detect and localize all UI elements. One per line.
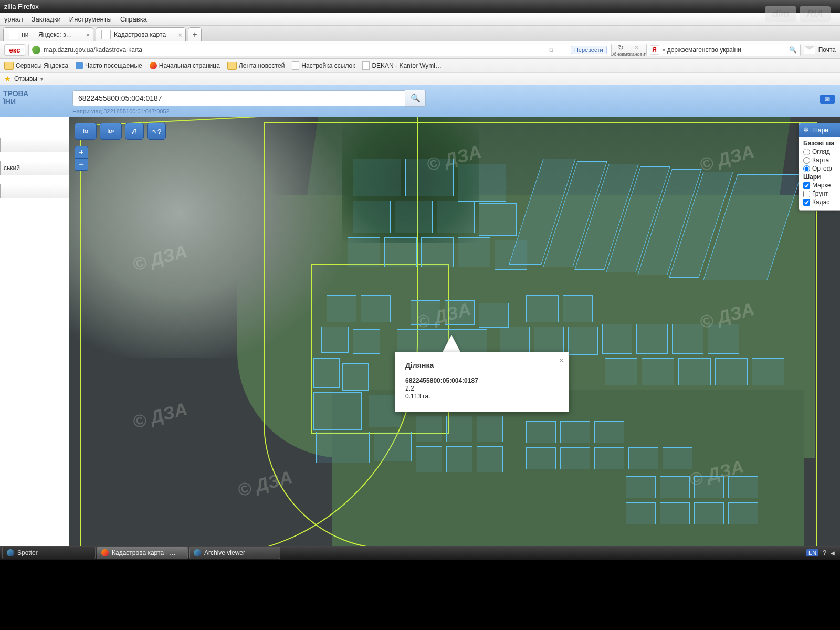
base-layers-title: Базові ша (803, 140, 834, 147)
parcel-popup: × Ділянка 6822455800:05:004:0187 2.2 0.1… (395, 352, 569, 412)
search-example: Наприклад 3221855100:01:047:0052 (72, 108, 833, 114)
printer-icon: 🖨 (131, 128, 138, 135)
reviews-bar: ★ Отзывы ▾ (0, 73, 840, 85)
app-icon (194, 549, 201, 556)
print-button[interactable]: 🖨 (125, 123, 144, 140)
url-text: map.dazru.gov.ua/kadastrova-karta (44, 46, 142, 54)
menu-help[interactable]: Справка (120, 15, 147, 23)
taskbar-item-firefox[interactable]: Кадастрова карта - … (97, 547, 188, 559)
bookmark-dekan[interactable]: DEKAN - Kantor Wymi… (362, 61, 442, 70)
popup-parcel-id: 6822455800:05:004:0187 (405, 377, 559, 384)
menu-bookmarks[interactable]: Закладки (32, 15, 61, 23)
layers-title: Шари (803, 173, 821, 181)
link-icon[interactable]: ⧉ (549, 46, 553, 54)
layer-soil[interactable] (803, 191, 810, 197)
popup-area: 0.113 га. (405, 393, 559, 400)
tab-bar: ни — Яндекс: з… × Кадастрова карта × + (0, 26, 840, 41)
close-icon[interactable]: × (86, 31, 90, 39)
chevron-down-icon[interactable]: ▾ (663, 47, 665, 53)
search-value: держземагенство украіни (667, 46, 741, 54)
window-title: zilla Firefox (4, 3, 39, 10)
bookmark-news[interactable]: Лента новостей (227, 62, 285, 70)
reviews-label[interactable]: Отзывы (14, 75, 37, 82)
site-identity-icon (32, 46, 40, 54)
layers-panel: ✲ Шари Базові ша Огляд Карта Ортоф Шари … (799, 123, 840, 211)
language-indicator[interactable]: EN (806, 549, 818, 556)
popup-category: 2.2 (405, 385, 559, 392)
firefox-icon (150, 62, 157, 69)
os-taskbar: Spotter Кадастрова карта - … Archive vie… (0, 546, 840, 560)
document-icon (362, 61, 370, 70)
document-icon (292, 61, 299, 70)
shield-icon (76, 62, 83, 69)
bookmark-links[interactable]: Настройка ссылок (292, 61, 355, 70)
measure-line-button[interactable]: Iм (75, 123, 97, 140)
cadastral-search-button[interactable]: 🔍 (405, 90, 426, 107)
measure-area-button[interactable]: Iм² (100, 123, 122, 140)
page-icon (9, 30, 18, 39)
new-tab-button[interactable]: + (188, 27, 202, 41)
browser-menu-bar: урнал Закладки Инструменты Справка (0, 13, 840, 26)
popup-title: Ділянка (405, 361, 559, 370)
cadastral-search-input[interactable] (72, 90, 405, 106)
map-viewport[interactable]: © ДЗА © ДЗА © ДЗА © ДЗА © ДЗА © ДЗА © ДЗ… (69, 117, 840, 556)
zoom-control: + − (75, 146, 88, 171)
layer-markers[interactable] (803, 182, 810, 189)
search-icon[interactable]: 🔍 (789, 46, 797, 54)
map-toolbar: Iм Iм² 🖨 ↖? (75, 123, 166, 140)
bookmarks-bar: Сервисы Яндекса Часто посещаемые Начальн… (0, 59, 840, 73)
yandex-prefix-icon[interactable]: екс (4, 44, 25, 56)
mail-label[interactable]: Почта (818, 46, 836, 54)
page-content: ТРОВА ЇНИ 🔍 Наприклад 3221855100:01:047:… (0, 85, 840, 556)
bookmark-startpage[interactable]: Начальная страница (150, 62, 220, 69)
url-field[interactable]: map.dazru.gov.ua/kadastrova-karta ⧉ ☆ Пе… (28, 44, 612, 56)
window-title-bar: zilla Firefox (0, 0, 840, 13)
bookmark-frequent[interactable]: Часто посещаемые (76, 62, 142, 69)
envelope-icon: ✉ (825, 96, 830, 103)
help-icon[interactable]: ? (823, 549, 826, 556)
url-bar: екс map.dazru.gov.ua/kadastrova-karta ⧉ … (0, 41, 840, 59)
menu-history[interactable]: урнал (4, 15, 23, 23)
browser-tab-inactive[interactable]: ни — Яндекс: з… × (3, 27, 93, 41)
sidebar-select-3[interactable] (0, 184, 77, 198)
zoom-in-button[interactable]: + (75, 146, 88, 159)
base-layer-map[interactable] (803, 157, 810, 164)
browser-tab-active[interactable]: Кадастрова карта × (96, 27, 186, 41)
cursor-help-icon: ↖? (152, 128, 161, 135)
sidebar: ський ◀ ні (0, 117, 74, 556)
folder-icon (227, 62, 237, 70)
close-icon[interactable]: × (178, 31, 182, 39)
stop-button[interactable]: ✕ Остановить (631, 44, 643, 56)
sidebar-select-1[interactable] (0, 138, 77, 152)
system-tray: EN ? ◀ (806, 549, 838, 556)
app-icon (7, 549, 14, 556)
gear-icon: ✲ (803, 126, 809, 134)
bookmark-services[interactable]: Сервисы Яндекса (4, 62, 68, 70)
base-layer-overview[interactable] (803, 149, 810, 155)
app-logo: ТРОВА ЇНИ (3, 89, 28, 106)
firefox-icon (101, 549, 109, 556)
taskbar-item-archive[interactable]: Archive viewer (189, 547, 280, 559)
browser-search-box[interactable]: Я ▾ держземагенство украіни 🔍 (646, 44, 801, 56)
chevron-down-icon[interactable]: ▾ (40, 76, 43, 82)
tray-expand-icon[interactable]: ◀ (831, 550, 835, 556)
taskbar-item-spotter[interactable]: Spotter (2, 547, 96, 559)
popup-arrow (442, 335, 461, 353)
base-layer-ortho[interactable] (803, 165, 810, 172)
stop-icon: ✕ (634, 44, 639, 51)
message-indicator[interactable]: ✉ (820, 94, 835, 104)
popup-close-button[interactable]: × (559, 356, 564, 365)
yandex-icon: Я (650, 45, 659, 55)
sidebar-select-2[interactable]: ський (0, 161, 77, 175)
folder-icon (4, 62, 14, 70)
tab-label: ни — Яндекс: з… (22, 31, 72, 38)
help-pointer-button[interactable]: ↖? (147, 123, 166, 140)
zoom-out-button[interactable]: − (75, 159, 88, 171)
menu-tools[interactable]: Инструменты (69, 15, 112, 23)
search-icon: 🔍 (411, 93, 421, 103)
layers-panel-header[interactable]: ✲ Шари (799, 123, 840, 136)
layer-cadastral[interactable] (803, 199, 810, 206)
page-icon (101, 30, 111, 39)
mail-icon[interactable] (804, 46, 815, 54)
translate-button[interactable]: Перевести (571, 46, 607, 54)
